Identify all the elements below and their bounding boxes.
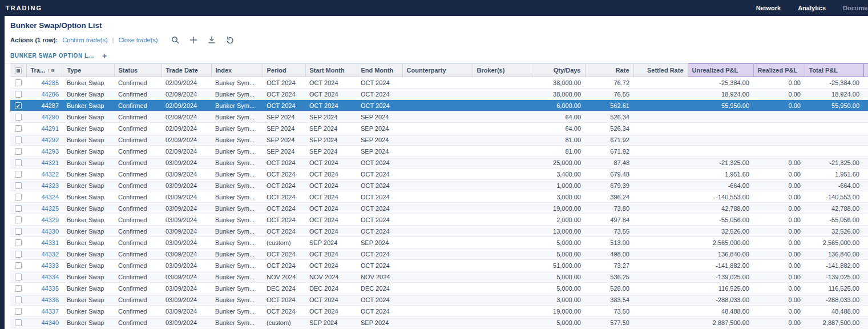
row-checkbox[interactable] <box>15 159 22 166</box>
close-trades-link[interactable]: Close trade(s) <box>118 37 158 43</box>
col-counterparty[interactable]: Counterparty <box>402 64 473 77</box>
row-checkbox[interactable] <box>15 262 22 269</box>
table-row[interactable]: 44336Bunker SwapConfirmed03/09/2024Bunke… <box>10 294 868 306</box>
row-checkbox[interactable] <box>15 319 22 326</box>
trade-id-link[interactable]: 44335 <box>41 285 59 292</box>
trade-id-link[interactable]: 44292 <box>41 137 59 143</box>
trade-id-link[interactable]: 44285 <box>41 79 59 86</box>
nav-item-analytics[interactable]: Analytics <box>798 5 826 11</box>
row-checkbox[interactable] <box>15 228 22 235</box>
row-checkbox[interactable] <box>15 285 22 292</box>
trade-id-link[interactable]: 44291 <box>41 125 59 132</box>
row-checkbox[interactable]: ✓ <box>15 102 22 109</box>
cell-unrealized <box>688 146 753 157</box>
trade-id-link[interactable]: 44287 <box>41 102 59 109</box>
trade-id-link[interactable]: 44324 <box>41 194 59 200</box>
row-checkbox[interactable] <box>15 205 22 212</box>
table-row[interactable]: 44329Bunker SwapConfirmed03/09/2024Bunke… <box>10 214 868 226</box>
col-type[interactable]: Type <box>63 64 114 77</box>
row-checkbox[interactable] <box>15 194 22 200</box>
table-row[interactable]: 44334Bunker SwapConfirmed03/09/2024Bunke… <box>10 271 868 283</box>
trade-id-link[interactable]: 44290 <box>41 114 59 121</box>
trade-id-link[interactable]: 44321 <box>41 159 59 166</box>
table-row[interactable]: 44340Bunker SwapConfirmed03/09/2024Bunke… <box>10 317 868 328</box>
nav-item-documents[interactable]: Documents <box>843 5 868 11</box>
row-checkbox[interactable] <box>15 251 22 258</box>
col-trade-date[interactable]: Trade Date <box>162 64 211 77</box>
trade-id-link[interactable]: 44331 <box>41 239 59 246</box>
table-row[interactable]: 44331Bunker SwapConfirmed03/09/2024Bunke… <box>10 237 868 248</box>
table-row[interactable]: 44323Bunker SwapConfirmed03/09/2024Bunke… <box>10 180 868 191</box>
table-row[interactable]: 44332Bunker SwapConfirmed03/09/2024Bunke… <box>10 248 868 260</box>
nav-item-network[interactable]: Network <box>756 5 781 11</box>
table-row[interactable]: 44330Bunker SwapConfirmed03/09/2024Bunke… <box>10 226 868 237</box>
col-settled-rate[interactable]: Settled Rate <box>633 64 688 77</box>
select-all-checkbox[interactable] <box>15 67 22 74</box>
add-icon[interactable] <box>189 35 198 45</box>
trade-id-link[interactable]: 44329 <box>41 216 59 223</box>
col-index[interactable]: Index <box>211 64 263 77</box>
row-checkbox[interactable] <box>15 137 22 143</box>
table-row[interactable]: 44292Bunker SwapConfirmed02/09/2024Bunke… <box>10 134 868 146</box>
table-row[interactable]: 44325Bunker SwapConfirmed03/09/2024Bunke… <box>10 203 868 214</box>
row-checkbox[interactable] <box>15 125 22 132</box>
add-tab-icon[interactable]: + <box>102 52 107 60</box>
row-checkbox[interactable] <box>15 274 22 280</box>
col-status[interactable]: Status <box>114 64 162 77</box>
col-trade-number[interactable]: Tra...↑≡ <box>26 64 63 77</box>
table-row[interactable]: 44286Bunker SwapConfirmed02/09/2024Bunke… <box>10 89 868 100</box>
table-row[interactable]: 44335Bunker SwapConfirmed03/09/2024Bunke… <box>10 283 868 294</box>
table-row[interactable]: 44333Bunker SwapConfirmed03/09/2024Bunke… <box>10 260 868 271</box>
table-row[interactable]: 44322Bunker SwapConfirmed03/09/2024Bunke… <box>10 168 868 180</box>
cell-type: Bunker Swap <box>63 283 114 294</box>
col-start-month[interactable]: Start Month <box>305 64 357 77</box>
row-checkbox[interactable] <box>15 148 22 155</box>
trade-id-link[interactable]: 44330 <box>41 228 59 235</box>
trade-id-link[interactable]: 44322 <box>41 171 59 178</box>
cell-settled-rate <box>633 168 688 180</box>
col-unrealized-pl[interactable]: Unrealized P&L <box>688 64 753 77</box>
search-icon[interactable] <box>171 35 180 45</box>
table-row[interactable]: 44293Bunker SwapConfirmed02/09/2024Bunke… <box>10 146 868 157</box>
row-checkbox[interactable] <box>15 114 22 121</box>
col-realized-pl[interactable]: Realized P&L <box>753 64 805 77</box>
confirm-trades-link[interactable]: Confirm trade(s) <box>62 37 107 43</box>
table-row[interactable]: 44291Bunker SwapConfirmed02/09/2024Bunke… <box>10 123 868 134</box>
trade-id-link[interactable]: 44333 <box>41 262 59 269</box>
trade-id-link[interactable]: 44336 <box>41 296 59 303</box>
trade-id-link[interactable]: 44334 <box>41 274 59 280</box>
row-checkbox[interactable] <box>15 91 22 98</box>
column-menu-icon[interactable]: ≡ <box>51 67 54 74</box>
export-download-icon[interactable] <box>207 35 216 45</box>
trade-id-link[interactable]: 44325 <box>41 205 59 212</box>
trade-id-link[interactable]: 44286 <box>41 91 59 98</box>
trade-id-link[interactable]: 44332 <box>41 251 59 258</box>
row-checkbox[interactable] <box>15 79 22 86</box>
col-rate[interactable]: Rate <box>585 64 633 77</box>
col-end-month[interactable]: End Month <box>357 64 402 77</box>
col-qty-days[interactable]: Qty/Days <box>531 64 585 77</box>
table-row[interactable]: 44285Bunker SwapConfirmed02/09/2024Bunke… <box>10 77 868 89</box>
col-brokers[interactable]: Broker(s) <box>473 64 531 77</box>
trade-id-link[interactable]: 44293 <box>41 148 59 155</box>
cell-rate: 513.00 <box>585 237 633 248</box>
trade-id-link[interactable]: 44337 <box>41 308 59 315</box>
tab-bunker-swap-option-list[interactable]: BUNKER SWAP OPTION L... <box>10 53 94 59</box>
table-row[interactable]: 44321Bunker SwapConfirmed03/09/2024Bunke… <box>10 157 868 168</box>
collapsed-sidebar[interactable] <box>0 16 5 329</box>
row-checkbox[interactable] <box>15 182 22 189</box>
trade-id-link[interactable]: 44340 <box>41 319 59 326</box>
table-row[interactable]: 44337Bunker SwapConfirmed03/09/2024Bunke… <box>10 306 868 317</box>
col-total-pl[interactable]: Total P&L <box>805 64 863 77</box>
trade-id-link[interactable]: 44323 <box>41 182 59 189</box>
row-checkbox[interactable] <box>15 308 22 315</box>
table-row[interactable]: ✓44287Bunker SwapConfirmed02/09/2024Bunk… <box>10 100 868 111</box>
col-period[interactable]: Period <box>263 64 305 77</box>
table-row[interactable]: 44290Bunker SwapConfirmed02/09/2024Bunke… <box>10 111 868 123</box>
table-row[interactable]: 44324Bunker SwapConfirmed03/09/2024Bunke… <box>10 191 868 203</box>
row-checkbox[interactable] <box>15 171 22 178</box>
undo-refresh-icon[interactable] <box>225 35 235 45</box>
row-checkbox[interactable] <box>15 239 22 246</box>
row-checkbox[interactable] <box>15 296 22 303</box>
row-checkbox[interactable] <box>15 216 22 223</box>
